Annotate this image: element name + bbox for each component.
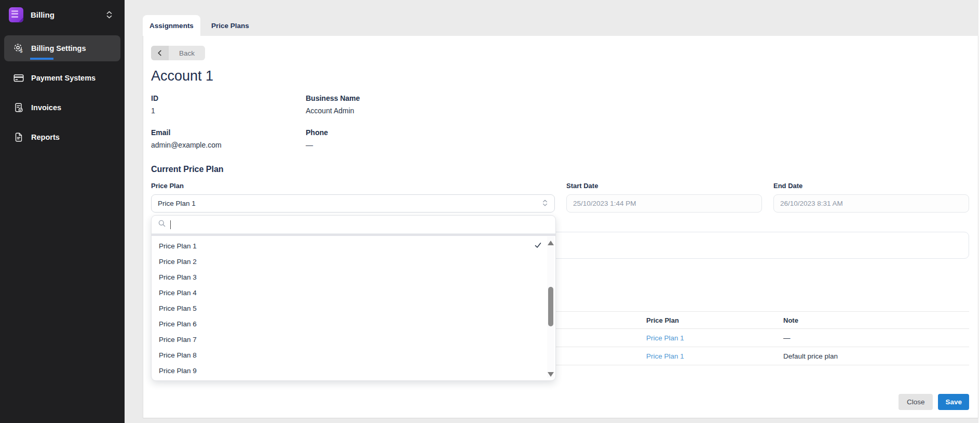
sidebar-nav: $ Billing Settings Payment Systems	[0, 35, 125, 150]
chevron-left-icon	[151, 46, 169, 60]
end-date-field: End Date 26/10/2023 8:31 AM	[773, 181, 969, 213]
column-header-note: Note	[783, 312, 969, 329]
option-label: Price Plan 7	[159, 336, 197, 343]
save-button[interactable]: Save	[938, 394, 969, 410]
selected-plan-value: Price Plan 1	[158, 200, 196, 207]
billing-logo-icon	[9, 7, 23, 22]
price-plan-link[interactable]: Price Plan 1	[646, 334, 684, 342]
scrollbar-thumb[interactable]	[548, 287, 553, 326]
account-details: ID 1 Business Name Account Admin Email a…	[151, 93, 969, 151]
tab-price-plans[interactable]: Price Plans	[200, 15, 260, 36]
start-date-field: Start Date 25/10/2023 1:44 PM	[566, 181, 762, 213]
price-plan-search-input[interactable]	[175, 221, 549, 229]
sidebar-item-label: Billing Settings	[31, 44, 86, 52]
option-price-plan-9[interactable]: Price Plan 9	[152, 363, 555, 378]
back-button[interactable]: Back	[151, 46, 205, 60]
tab-bar: Assignments Price Plans	[125, 0, 980, 36]
svg-text:$: $	[20, 48, 22, 54]
detail-value: Account Admin	[306, 104, 360, 117]
sidebar-item-label: Invoices	[31, 103, 61, 112]
detail-email: Email admin@example.com	[151, 127, 306, 151]
price-plan-link[interactable]: Price Plan 1	[646, 352, 684, 360]
tab-label: Price Plans	[211, 22, 249, 30]
option-price-plan-8[interactable]: Price Plan 8	[152, 347, 555, 363]
sidebar-item-label: Reports	[31, 133, 60, 141]
price-plan-form: Price Plan Price Plan 1	[151, 181, 969, 213]
dropdown-scrollbar[interactable]	[547, 236, 554, 378]
option-price-plan-5[interactable]: Price Plan 5	[152, 300, 555, 316]
back-button-label: Back	[169, 49, 205, 57]
gear-dollar-icon: $	[13, 43, 24, 54]
note-cell: —	[783, 329, 969, 347]
app-root: Billing $ Billing Settings	[0, 0, 980, 423]
option-label: Price Plan 9	[159, 367, 197, 375]
column-header-price-plan: Price Plan	[646, 312, 783, 329]
invoice-check-icon	[13, 102, 24, 113]
check-icon	[534, 242, 542, 250]
option-label: Price Plan 5	[159, 305, 197, 312]
end-date-input: 26/10/2023 8:31 AM	[773, 194, 969, 213]
option-price-plan-3[interactable]: Price Plan 3	[152, 269, 555, 285]
panel-footer: Close Save	[151, 394, 969, 410]
option-price-plan-7[interactable]: Price Plan 7	[152, 332, 555, 347]
sidebar-item-label: Payment Systems	[31, 74, 96, 82]
start-date-label: Start Date	[566, 181, 762, 191]
sidebar: Billing $ Billing Settings	[0, 0, 125, 423]
option-price-plan-4[interactable]: Price Plan 4	[152, 285, 555, 300]
detail-label: Phone	[306, 127, 360, 138]
page-title: Account 1	[151, 68, 969, 84]
main-area: Assignments Price Plans Back Account 1 I…	[125, 0, 980, 423]
start-date-input: 25/10/2023 1:44 PM	[566, 194, 762, 213]
active-item-underline	[30, 58, 53, 60]
price-plan-select[interactable]: Price Plan 1	[151, 194, 555, 213]
tab-label: Assignments	[149, 22, 194, 30]
sidebar-header: Billing	[0, 0, 125, 29]
option-label: Price Plan 2	[159, 258, 197, 266]
scroll-up-arrow-icon[interactable]	[548, 241, 554, 245]
current-price-plan-heading: Current Price Plan	[151, 165, 969, 174]
detail-label: ID	[151, 93, 306, 103]
detail-label: Business Name	[306, 93, 360, 103]
credit-card-icon	[13, 72, 24, 84]
sidebar-item-payment-systems[interactable]: Payment Systems	[4, 65, 120, 91]
option-label: Price Plan 6	[159, 320, 197, 328]
price-plan-label: Price Plan	[151, 181, 555, 191]
option-label: Price Plan 4	[159, 289, 197, 297]
content-panel: Back Account 1 ID 1 Business Name Accoun…	[143, 36, 978, 418]
detail-value: 1	[151, 104, 306, 117]
option-price-plan-6[interactable]: Price Plan 6	[152, 316, 555, 332]
price-plan-dropdown: Price Plan 1 Price Plan 2 Price Plan 3 P…	[151, 215, 556, 381]
option-label: Price Plan 8	[159, 351, 197, 359]
close-button[interactable]: Close	[899, 394, 933, 410]
option-label: Price Plan 1	[159, 242, 197, 250]
sidebar-item-reports[interactable]: Reports	[4, 124, 120, 150]
end-date-label: End Date	[773, 181, 969, 191]
detail-value: admin@example.com	[151, 139, 306, 151]
sidebar-item-billing-settings[interactable]: $ Billing Settings	[4, 35, 120, 61]
detail-business-name: Business Name Account Admin	[306, 93, 360, 117]
note-cell: Default price plan	[783, 347, 969, 365]
report-file-icon	[13, 131, 24, 143]
dropdown-search-row	[152, 216, 555, 234]
detail-label: Email	[151, 127, 306, 138]
tab-assignments[interactable]: Assignments	[143, 15, 200, 36]
sidebar-item-invoices[interactable]: Invoices	[4, 95, 120, 121]
price-plan-field: Price Plan Price Plan 1	[151, 181, 555, 213]
detail-id: ID 1	[151, 93, 306, 117]
chevron-up-down-icon[interactable]	[105, 10, 113, 19]
detail-value: —	[306, 139, 360, 151]
option-price-plan-2[interactable]: Price Plan 2	[152, 254, 555, 269]
option-label: Price Plan 3	[159, 273, 197, 281]
detail-phone: Phone —	[306, 127, 360, 151]
option-price-plan-1[interactable]: Price Plan 1	[152, 238, 555, 254]
scroll-down-arrow-icon[interactable]	[548, 372, 554, 377]
text-caret	[170, 220, 171, 229]
brand-name: Billing	[31, 10, 55, 19]
chevron-up-down-icon	[542, 199, 548, 208]
price-plan-options: Price Plan 1 Price Plan 2 Price Plan 3 P…	[152, 236, 555, 381]
search-icon	[158, 219, 166, 230]
